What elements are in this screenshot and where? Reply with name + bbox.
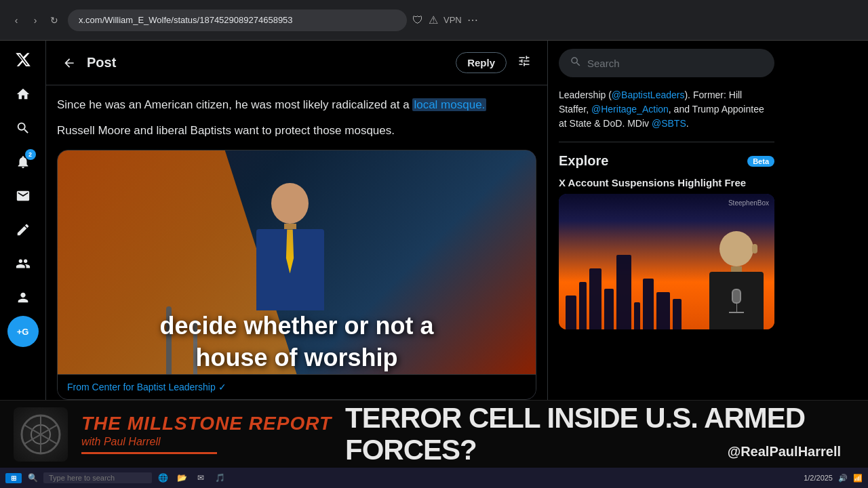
post-header: Post Reply bbox=[46, 41, 547, 85]
speaker-figure bbox=[58, 150, 536, 310]
browser-navigation: ‹ › ↻ bbox=[8, 12, 62, 28]
taskbar-volume[interactable]: 🔊 bbox=[838, 474, 848, 483]
taskbar-time: 1/2/2025 bbox=[804, 474, 833, 482]
sidebar-item-notifications[interactable]: 2 bbox=[7, 146, 39, 178]
banner-text-group: THE MILLSTONE REPORT with Paul Harrell bbox=[81, 414, 332, 454]
browser-right-controls: 🛡 ⚠ VPN ⋯ bbox=[412, 14, 478, 26]
bio-text: Leadership (@BaptistLeaders). Former: Hi… bbox=[559, 88, 774, 142]
sbts-link[interactable]: @SBTS bbox=[652, 118, 686, 129]
bottom-banner: THE MILLSTONE REPORT with Paul Harrell T… bbox=[0, 400, 868, 468]
banner-orange-line bbox=[81, 452, 217, 454]
back-button[interactable] bbox=[57, 51, 81, 75]
sidebar-item-search[interactable] bbox=[7, 113, 39, 144]
skyline bbox=[559, 194, 688, 329]
reply-button[interactable]: Reply bbox=[456, 52, 507, 73]
address-text: x.com/William_E_Wolfe/status/18745290892… bbox=[79, 15, 293, 25]
verified-icon: ✓ bbox=[218, 382, 226, 392]
media-overlay-text: decide whether or not a house of worship bbox=[132, 310, 460, 374]
sidebar-item-communities[interactable] bbox=[7, 248, 39, 279]
taskbar-icon-1[interactable]: 🌐 bbox=[155, 470, 171, 486]
explore-section: Explore Beta X Account Suspensions Highl… bbox=[559, 153, 774, 329]
taskbar-right: 1/2/2025 🔊 📶 bbox=[804, 474, 863, 483]
beta-badge: Beta bbox=[747, 156, 774, 167]
heritage-action-link[interactable]: @Heritage_Action bbox=[591, 104, 669, 115]
taskbar-search-input[interactable] bbox=[43, 472, 152, 483]
notification-count: 2 bbox=[25, 149, 36, 160]
embedded-media[interactable]: decide whether or not a house of worship… bbox=[57, 150, 536, 400]
explore-image[interactable]: SteephenBox bbox=[559, 194, 774, 329]
sidebar-item-grok[interactable]: +G bbox=[7, 316, 39, 347]
taskbar-icon-2[interactable]: 📂 bbox=[174, 470, 190, 486]
taskbar-network[interactable]: 📶 bbox=[853, 474, 863, 483]
post-text-1: Since he was an American citizen, he was… bbox=[57, 96, 536, 114]
filter-icon[interactable] bbox=[512, 49, 536, 77]
banner-logo bbox=[14, 407, 68, 462]
explore-title: Explore bbox=[559, 153, 608, 169]
x-logo[interactable] bbox=[9, 46, 37, 73]
taskbar-search[interactable]: 🔍 bbox=[24, 470, 41, 486]
taskbar-icon-3[interactable]: ✉ bbox=[193, 470, 209, 486]
explore-header: Explore Beta bbox=[559, 153, 774, 169]
search-icon bbox=[570, 56, 582, 70]
shutter-icon bbox=[19, 413, 62, 456]
taskbar-icons: 🔍 🌐 📂 ✉ 🎵 bbox=[24, 470, 228, 486]
search-input[interactable] bbox=[587, 58, 764, 69]
sidebar-item-compose[interactable] bbox=[7, 214, 39, 245]
start-button[interactable]: ⊞ bbox=[5, 473, 22, 483]
browser-chrome: ‹ › ↻ x.com/William_E_Wolfe/status/18745… bbox=[0, 0, 868, 41]
address-bar[interactable]: x.com/William_E_Wolfe/status/18745290892… bbox=[68, 9, 407, 31]
search-box[interactable] bbox=[559, 49, 774, 77]
sidebar-item-messages[interactable] bbox=[7, 180, 39, 211]
baptist-leaders-link[interactable]: @BaptistLeaders bbox=[612, 89, 685, 100]
banner-show-sub: with Paul Harrell bbox=[81, 436, 332, 448]
taskbar: ⊞ 🔍 🌐 📂 ✉ 🎵 1/2/2025 🔊 📶 bbox=[0, 468, 868, 488]
media-image: decide whether or not a house of worship bbox=[58, 150, 536, 374]
media-caption: From Center for Baptist Leadership ✓ bbox=[58, 374, 536, 399]
taskbar-icon-4[interactable]: 🎵 bbox=[212, 470, 228, 486]
reload-button[interactable]: ↻ bbox=[46, 12, 62, 28]
banner-show-name: THE MILLSTONE REPORT bbox=[81, 414, 332, 433]
explore-item-title: X Account Suspensions Highlight Free bbox=[559, 177, 774, 188]
sidebar-item-profile[interactable] bbox=[7, 282, 39, 313]
post-text-2: Russell Moore and liberal Baptists want … bbox=[57, 122, 536, 140]
sidebar-item-home[interactable] bbox=[7, 79, 39, 110]
highlighted-text: local mosque. bbox=[412, 98, 486, 111]
back-nav-button[interactable]: ‹ bbox=[8, 12, 24, 28]
post-body: Since he was an American citizen, he was… bbox=[46, 85, 547, 419]
banner-handle: @RealPaulHarrell bbox=[728, 444, 841, 460]
post-title: Post bbox=[87, 55, 450, 70]
forward-nav-button[interactable]: › bbox=[27, 12, 43, 28]
